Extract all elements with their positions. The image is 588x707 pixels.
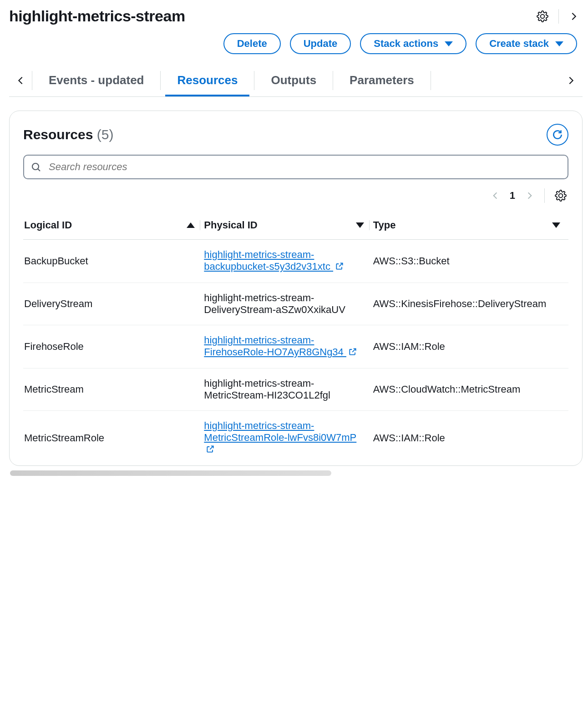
page-number: 1 (510, 190, 515, 202)
cell-physical-id: highlight-metrics-stream-MetricStreamRol… (203, 411, 372, 466)
sort-icon (552, 222, 560, 228)
header-actions (537, 9, 579, 24)
settings-button[interactable] (537, 10, 548, 22)
chevron-left-icon (15, 76, 25, 86)
tabs-scroll-right[interactable] (560, 64, 583, 96)
search-box[interactable] (23, 155, 568, 179)
physical-id-link[interactable]: highlight-metrics-stream-FirehoseRole-HO… (204, 334, 357, 358)
cell-physical-id: highlight-metrics-stream-FirehoseRole-HO… (203, 325, 372, 369)
chevron-right-icon (566, 76, 576, 86)
divider (431, 71, 431, 90)
divider (558, 9, 559, 24)
col-physical-id[interactable]: Physical ID (203, 213, 372, 240)
chevron-right-icon (569, 11, 579, 21)
table-row: MetricStreamRolehighlight-metrics-stream… (23, 411, 568, 466)
physical-id-link[interactable]: highlight-metrics-stream-MetricStreamRol… (204, 420, 356, 455)
chevron-left-icon (491, 191, 500, 200)
cell-logical-id: MetricStream (23, 369, 203, 411)
gear-icon (537, 10, 548, 22)
delete-label: Delete (237, 38, 267, 50)
tab-outputs[interactable]: Outputs (254, 64, 333, 96)
update-label: Update (304, 38, 338, 50)
resources-panel: Resources (5) 1 Logi (9, 111, 583, 466)
refresh-icon (552, 129, 563, 141)
cell-logical-id: DeliveryStream (23, 283, 203, 325)
cell-physical-id: highlight-metrics-stream-DeliveryStream-… (203, 283, 372, 325)
create-stack-button[interactable]: Create stack (476, 33, 577, 54)
stack-actions-button[interactable]: Stack actions (360, 33, 466, 54)
cell-physical-id: highlight-metrics-stream-MetricStream-HI… (203, 369, 372, 411)
sort-icon (356, 222, 364, 228)
tabs: Events - updated Resources Outputs Param… (9, 64, 583, 97)
col-logical-id[interactable]: Logical ID (23, 213, 203, 240)
table-row: BackupBuckethighlight-metrics-stream-bac… (23, 240, 568, 283)
page-prev[interactable] (491, 191, 500, 200)
page-next[interactable] (525, 191, 534, 200)
caret-down-icon (555, 41, 563, 46)
table-settings-button[interactable] (555, 190, 567, 202)
divider (544, 188, 545, 203)
physical-id-link[interactable]: highlight-metrics-stream-backupbucket-s5… (204, 249, 344, 272)
table-row: MetricStreamhighlight-metrics-stream-Met… (23, 369, 568, 411)
tab-events[interactable]: Events - updated (32, 64, 160, 96)
horizontal-scrollbar[interactable] (10, 470, 331, 476)
page-header: highlight-metrics-stream (9, 7, 583, 25)
gear-icon (555, 190, 567, 202)
tab-resources[interactable]: Resources (161, 64, 254, 96)
panel-title: Resources (5) (23, 127, 113, 142)
search-input[interactable] (48, 161, 561, 173)
col-type[interactable]: Type (372, 213, 568, 240)
cell-type: AWS::IAM::Role (372, 411, 568, 466)
delete-button[interactable]: Delete (223, 33, 281, 54)
cell-logical-id: FirehoseRole (23, 325, 203, 369)
chevron-right-icon (525, 191, 534, 200)
stack-action-buttons: Delete Update Stack actions Create stack (9, 33, 583, 54)
cell-type: AWS::KinesisFirehose::DeliveryStream (372, 283, 568, 325)
tabs-scroll-left[interactable] (9, 64, 32, 96)
cell-type: AWS::CloudWatch::MetricStream (372, 369, 568, 411)
cell-type: AWS::IAM::Role (372, 325, 568, 369)
panel-count: (5) (97, 127, 114, 142)
expand-button[interactable] (569, 11, 579, 21)
stack-actions-label: Stack actions (374, 38, 438, 50)
create-stack-label: Create stack (489, 38, 549, 50)
external-link-icon (348, 347, 357, 359)
refresh-button[interactable] (547, 124, 568, 146)
resources-table: Logical ID Physical ID Type (23, 213, 568, 465)
tab-parameters[interactable]: Parameters (333, 64, 431, 96)
external-link-icon (335, 262, 344, 273)
search-icon (30, 162, 41, 172)
update-button[interactable]: Update (290, 33, 351, 54)
cell-logical-id: MetricStreamRole (23, 411, 203, 466)
cell-type: AWS::S3::Bucket (372, 240, 568, 283)
cell-logical-id: BackupBucket (23, 240, 203, 283)
stack-title: highlight-metrics-stream (9, 7, 185, 25)
table-row: FirehoseRolehighlight-metrics-stream-Fir… (23, 325, 568, 369)
sort-asc-icon (187, 222, 195, 228)
pagination: 1 (23, 188, 568, 203)
external-link-icon (206, 444, 215, 456)
table-row: DeliveryStreamhighlight-metrics-stream-D… (23, 283, 568, 325)
caret-down-icon (445, 41, 453, 46)
cell-physical-id: highlight-metrics-stream-backupbucket-s5… (203, 240, 372, 283)
